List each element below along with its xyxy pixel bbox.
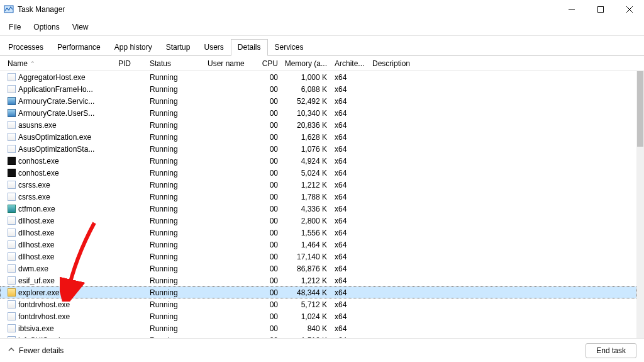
cell-status: Running bbox=[146, 168, 204, 178]
cell-status: Running bbox=[146, 288, 204, 298]
table-row[interactable]: fontdrvhost.exeRunning001,024 Kx64 bbox=[0, 310, 636, 322]
cell-status: Running bbox=[146, 144, 204, 154]
table-row[interactable]: esif_uf.exeRunning001,212 Kx64 bbox=[0, 274, 636, 286]
table-row[interactable]: dllhost.exeRunning001,464 Kx64 bbox=[0, 239, 636, 251]
column-memory[interactable]: Memory (a... bbox=[282, 57, 331, 71]
menu-view[interactable]: View bbox=[66, 20, 95, 34]
cell-pid bbox=[114, 149, 146, 150]
table-row[interactable]: explorer.exeRunning0048,344 Kx64 bbox=[0, 286, 636, 298]
footer: Fewer details End task bbox=[0, 338, 644, 362]
cell-cpu: 00 bbox=[255, 120, 282, 130]
cell-memory: 20,836 K bbox=[282, 120, 331, 130]
cell-memory: 48,344 K bbox=[282, 288, 331, 298]
cell-arch: x64 bbox=[331, 84, 369, 94]
table-row[interactable]: dllhost.exeRunning002,800 Kx64 bbox=[0, 215, 636, 227]
cell-memory: 1,024 K bbox=[282, 312, 331, 322]
cell-name: explorer.exe bbox=[4, 288, 114, 298]
cell-name: dllhost.exe bbox=[4, 240, 114, 250]
maximize-button[interactable] bbox=[586, 0, 615, 19]
cell-pid bbox=[114, 268, 146, 269]
process-icon bbox=[8, 300, 16, 308]
cell-memory: 4,336 K bbox=[282, 204, 331, 214]
table-row[interactable]: csrss.exeRunning001,788 Kx64 bbox=[0, 191, 636, 203]
tab-services[interactable]: Services bbox=[268, 39, 311, 56]
close-button[interactable] bbox=[615, 0, 644, 19]
cell-name: fontdrvhost.exe bbox=[4, 312, 114, 322]
window-title: Task Manager bbox=[18, 5, 557, 14]
table-row[interactable]: dllhost.exeRunning0017,140 Kx64 bbox=[0, 251, 636, 263]
cell-user bbox=[204, 173, 255, 174]
window-controls bbox=[557, 0, 644, 19]
cell-cpu: 00 bbox=[255, 324, 282, 334]
table-row[interactable]: dwm.exeRunning0086,876 Kx64 bbox=[0, 263, 636, 274]
column-pid[interactable]: PID bbox=[114, 57, 146, 71]
cell-pid bbox=[114, 137, 146, 138]
fewer-details-toggle[interactable]: Fewer details bbox=[8, 346, 64, 355]
cell-user bbox=[204, 268, 255, 269]
tab-processes[interactable]: Processes bbox=[1, 39, 50, 56]
cell-user bbox=[204, 113, 255, 114]
table-row[interactable]: dllhost.exeRunning001,556 Kx64 bbox=[0, 227, 636, 239]
scrollbar-vertical[interactable] bbox=[636, 71, 644, 338]
cell-cpu: 00 bbox=[255, 180, 282, 190]
cell-desc bbox=[369, 196, 636, 198]
column-user[interactable]: User name bbox=[204, 57, 255, 71]
cell-desc bbox=[369, 256, 636, 257]
table-row[interactable]: conhost.exeRunning005,024 Kx64 bbox=[0, 167, 636, 179]
process-name: dllhost.exe bbox=[18, 252, 54, 261]
cell-memory: 1,516 K bbox=[282, 336, 331, 339]
minimize-button[interactable] bbox=[557, 0, 586, 19]
table-row[interactable]: csrss.exeRunning001,212 Kx64 bbox=[0, 179, 636, 191]
cell-pid bbox=[114, 89, 146, 90]
cell-status: Running bbox=[146, 252, 204, 262]
table-row[interactable]: ArmouryCrate.UserS...Running0010,340 Kx6… bbox=[0, 107, 636, 119]
cell-pid bbox=[114, 256, 146, 257]
column-name[interactable]: Name⌃ bbox=[4, 57, 114, 71]
cell-desc bbox=[369, 137, 636, 138]
table-row[interactable]: AggregatorHost.exeRunning001,000 Kx64 bbox=[0, 71, 636, 83]
cell-memory: 86,876 K bbox=[282, 264, 331, 274]
svg-line-4 bbox=[626, 6, 633, 13]
table-row[interactable]: ArmouryCrate.Servic...Running0052,492 Kx… bbox=[0, 95, 636, 107]
cell-arch: x64 bbox=[331, 72, 369, 82]
cell-arch: x64 bbox=[331, 228, 369, 238]
cell-arch: x64 bbox=[331, 300, 369, 310]
tab-details[interactable]: Details bbox=[231, 39, 268, 56]
cell-status: Running bbox=[146, 324, 204, 334]
table-row[interactable]: igfxCUIService.exeRunning001,516 Kx64 bbox=[0, 334, 636, 338]
cell-cpu: 00 bbox=[255, 252, 282, 262]
tab-startup[interactable]: Startup bbox=[159, 39, 197, 56]
cell-name: ArmouryCrate.UserS... bbox=[4, 108, 114, 118]
cell-name: dllhost.exe bbox=[4, 216, 114, 226]
table-row[interactable]: ctfmon.exeRunning004,336 Kx64 bbox=[0, 203, 636, 215]
table-row[interactable]: conhost.exeRunning004,924 Kx64 bbox=[0, 155, 636, 167]
process-name: ArmouryCrate.Servic... bbox=[18, 97, 94, 106]
scrollbar-thumb[interactable] bbox=[637, 71, 643, 147]
table-row[interactable]: asusns.exeRunning0020,836 Kx64 bbox=[0, 119, 636, 131]
column-arch[interactable]: Archite... bbox=[331, 57, 369, 71]
table-row[interactable]: ibtsiva.exeRunning00840 Kx64 bbox=[0, 322, 636, 334]
menu-options[interactable]: Options bbox=[27, 20, 65, 34]
end-task-button[interactable]: End task bbox=[586, 343, 636, 358]
column-desc[interactable]: Description bbox=[369, 57, 644, 71]
cell-cpu: 00 bbox=[255, 228, 282, 238]
column-cpu[interactable]: CPU bbox=[255, 57, 282, 71]
menu-file[interactable]: File bbox=[3, 20, 27, 34]
process-icon bbox=[8, 240, 16, 249]
table-row[interactable]: ApplicationFrameHo...Running006,088 Kx64 bbox=[0, 83, 636, 95]
process-name: csrss.exe bbox=[18, 193, 50, 201]
tab-users[interactable]: Users bbox=[197, 39, 230, 56]
cell-desc bbox=[369, 292, 636, 293]
tab-performance[interactable]: Performance bbox=[50, 39, 108, 56]
app-icon bbox=[4, 4, 14, 14]
table-row[interactable]: AsusOptimizationSta...Running001,076 Kx6… bbox=[0, 143, 636, 155]
process-icon bbox=[8, 109, 16, 117]
table-row[interactable]: fontdrvhost.exeRunning005,712 Kx64 bbox=[0, 298, 636, 310]
column-status[interactable]: Status bbox=[146, 57, 204, 71]
cell-cpu: 00 bbox=[255, 312, 282, 322]
tab-app-history[interactable]: App history bbox=[108, 39, 159, 56]
cell-cpu: 00 bbox=[255, 192, 282, 202]
table-row[interactable]: AsusOptimization.exeRunning001,628 Kx64 bbox=[0, 131, 636, 143]
cell-pid bbox=[114, 196, 146, 198]
cell-user bbox=[204, 292, 255, 293]
